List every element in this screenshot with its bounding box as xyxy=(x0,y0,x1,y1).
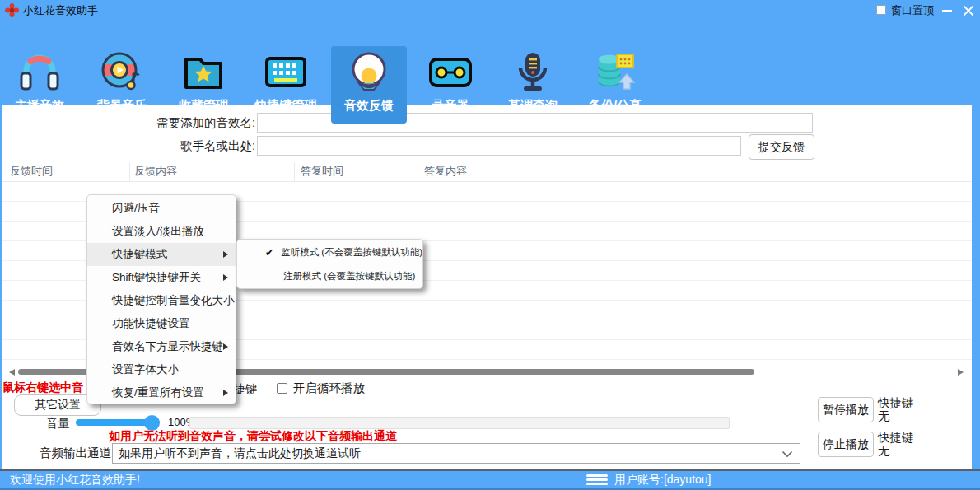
playback-progress-bar[interactable] xyxy=(189,417,730,429)
hotkey-mode-submenu: ✔ 监听模式 (不会覆盖按键默认功能) 注册模式 (会覆盖按键默认功能) xyxy=(236,239,423,289)
loop-playback-label[interactable]: 开启循环播放 xyxy=(293,380,365,396)
keyboard-icon xyxy=(263,46,309,97)
menu-item-shift-hotkey-toggle[interactable]: Shift键快捷键开关 xyxy=(87,266,236,289)
audio-channel-value: 如果用户听不到声音，请点击此处切换通道试听 xyxy=(119,446,361,461)
app-window: { "window": { "title": "小红花音效助手", "pin_l… xyxy=(0,0,980,490)
toolbar-item-backup-share[interactable]: 备份/分享 xyxy=(577,46,653,124)
submenu-arrow-icon xyxy=(223,274,228,281)
menu-hamburger-icon[interactable] xyxy=(586,474,608,486)
volume-label: 音量 xyxy=(46,416,70,432)
audio-channel-warning-text: 如用户无法听到音效声音，请尝试修改以下音频输出通道 xyxy=(109,429,397,444)
stop-playback-button[interactable]: 停止播放 xyxy=(818,432,874,457)
toolbar-item-recorder[interactable]: 录音器 xyxy=(413,46,488,124)
artist-label: 歌手名或出处: xyxy=(49,136,255,156)
menu-item-function-hotkeys[interactable]: 功能快捷键设置 xyxy=(87,312,236,335)
hscroll-right-arrow-icon[interactable] xyxy=(958,369,964,376)
artist-input[interactable] xyxy=(257,136,741,156)
main-toolbar: 主播音效 背景音乐 收藏管理 xyxy=(0,21,980,105)
menu-item-duck-audio[interactable]: 闪避/压音 xyxy=(87,197,236,220)
toolbar-item-hotkey-manage[interactable]: 快捷键管理 xyxy=(248,46,324,124)
hscroll-left-arrow-icon[interactable] xyxy=(9,369,15,376)
submenu-item-listen-mode[interactable]: ✔ 监听模式 (不会覆盖按键默认功能) xyxy=(237,240,422,264)
cassette-icon xyxy=(427,46,474,97)
pin-window-label[interactable]: 窗口置顶 xyxy=(891,0,934,21)
minimize-icon xyxy=(942,10,952,12)
column-header-reply-content[interactable]: 答复内容 xyxy=(424,164,467,179)
menu-item-hotkey-mode[interactable]: 快捷键模式 xyxy=(87,243,236,266)
toolbar-label: 背景音乐 xyxy=(97,98,147,114)
toolbar-label: 基调查询 xyxy=(508,98,558,114)
hotkey-label: 快捷键 xyxy=(878,396,914,409)
toolbar-item-bg-music[interactable]: 背景音乐 xyxy=(84,46,160,124)
music-disc-icon xyxy=(99,46,145,97)
menu-item-font-size[interactable]: 设置字体大小 xyxy=(87,358,236,381)
submenu-item-register-mode[interactable]: 注册模式 (会覆盖按键默认功能) xyxy=(237,264,422,288)
right-click-hint-text: 鼠标右键选中音 xyxy=(2,380,83,395)
submenu-arrow-icon xyxy=(223,343,228,350)
toolbar-item-key-query[interactable]: 基调查询 xyxy=(495,46,571,124)
audio-channel-dropdown[interactable]: 如果用户听不到声音，请点击此处切换通道试听 xyxy=(112,443,800,464)
submit-feedback-button[interactable]: 提交反馈 xyxy=(749,134,814,160)
column-header-feedback-time[interactable]: 反馈时间 xyxy=(10,164,53,179)
column-header-feedback-content[interactable]: 反馈内容 xyxy=(134,164,177,179)
welcome-text: 欢迎使用小红花音效助手! xyxy=(10,471,140,488)
check-icon: ✔ xyxy=(265,247,281,259)
toolbar-label: 主播音效 xyxy=(15,98,64,114)
hotkey-value: 无 xyxy=(878,409,914,422)
submenu-arrow-icon xyxy=(223,251,228,258)
toolbar-item-feedback[interactable]: 音效反馈 xyxy=(331,46,407,124)
app-flower-icon xyxy=(5,3,19,17)
context-menu: 闪避/压音 设置淡入/淡出播放 快捷键模式 Shift键快捷键开关 快捷键控制音… xyxy=(86,194,236,404)
pause-playback-button[interactable]: 暂停播放 xyxy=(818,397,874,422)
microphone-icon xyxy=(510,46,556,97)
submenu-arrow-icon xyxy=(223,390,228,396)
menu-item-reset-settings[interactable]: 恢复/重置所有设置 xyxy=(87,381,236,404)
headphones-icon xyxy=(16,46,63,97)
menu-item-fade-in-out[interactable]: 设置淡入/淡出播放 xyxy=(87,220,236,243)
vertical-scrollbar[interactable] xyxy=(972,105,980,469)
hint-partial-text: 捷键 xyxy=(234,382,257,397)
pause-hotkey-info: 快捷键 无 xyxy=(878,396,914,422)
toolbar-label: 收藏管理 xyxy=(179,98,228,114)
stop-hotkey-info: 快捷键 无 xyxy=(878,431,914,457)
toolbar-label: 音效反馈 xyxy=(344,98,394,114)
pin-window-checkbox[interactable] xyxy=(876,5,886,15)
menu-item-show-hotkey-under-name[interactable]: 音效名下方显示快捷键 xyxy=(87,335,236,358)
toolbar-item-host-sounds[interactable]: 主播音效 xyxy=(2,46,77,124)
feedback-icon xyxy=(346,46,392,97)
hotkey-value: 无 xyxy=(878,444,914,457)
toolbar-item-favorites[interactable]: 收藏管理 xyxy=(166,46,241,124)
table-header: 反馈时间 反馈内容 答复时间 答复内容 xyxy=(2,162,972,182)
hotkey-label: 快捷键 xyxy=(878,431,914,444)
menu-item-hotkey-volume-step[interactable]: 快捷键控制音量变化大小 xyxy=(87,289,236,312)
minimize-button[interactable] xyxy=(937,0,957,21)
titlebar: 小红花音效助手 窗口置顶 xyxy=(0,0,980,21)
toolbar-label: 快捷键管理 xyxy=(255,98,317,114)
chevron-down-icon xyxy=(782,450,793,458)
audio-channel-label: 音频输出通道 xyxy=(40,446,111,461)
toolbar-label: 录音器 xyxy=(432,98,469,114)
close-icon xyxy=(964,6,973,16)
statusbar: 欢迎使用小红花音效助手! 用户账号:[dayutou] xyxy=(0,469,980,490)
close-button[interactable] xyxy=(959,0,978,21)
volume-slider-track[interactable] xyxy=(76,419,153,426)
folder-star-icon xyxy=(180,46,226,97)
column-header-reply-time[interactable]: 答复时间 xyxy=(301,164,343,179)
window-title: 小红花音效助手 xyxy=(23,0,98,21)
loop-playback-checkbox[interactable] xyxy=(277,383,287,394)
toolbar-label: 备份/分享 xyxy=(589,98,642,114)
user-account-text: 用户账号:[dayutou] xyxy=(614,471,712,488)
backup-icon xyxy=(592,46,638,97)
